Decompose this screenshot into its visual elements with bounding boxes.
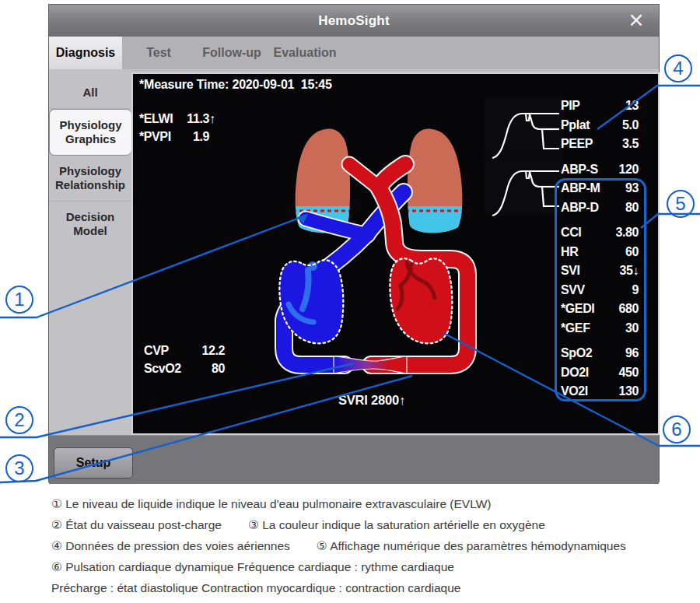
param-label: ABP-D [561, 198, 604, 218]
param-value: 5.0 [604, 116, 639, 135]
sidebar-item-physiology-relationship[interactable]: Physiology Relationship [49, 156, 131, 202]
bottom-bar: Setup [49, 435, 659, 484]
trend-arrow [209, 128, 219, 145]
measure-time: *Measure Time: 2020-09-01 15:45 [139, 78, 332, 92]
legend: ① Le niveau de liquide indique le niveau… [51, 493, 695, 598]
param-value: 450 [604, 363, 639, 383]
param-label: CCI [561, 223, 604, 243]
param-value: 60 [604, 243, 639, 262]
param-value: 80 [604, 198, 639, 218]
legend-text: ② État du vaisseau post-charge [51, 514, 222, 535]
setup-button[interactable]: Setup [54, 447, 133, 479]
param-label: PIP [561, 96, 604, 116]
sidebar-item-all[interactable]: All [49, 77, 131, 109]
param-value: 93 [604, 179, 639, 198]
param-value: 35↓ [604, 261, 639, 281]
callout-circle-5: 5 [667, 190, 695, 218]
tab-diagnosis[interactable]: Diagnosis [49, 37, 122, 69]
param-value: 12.2 [189, 342, 225, 359]
param-row: Pplat5.0 [561, 116, 639, 135]
param-row: PEEP3.5 [561, 135, 639, 154]
param-row: ABP-S120 [561, 160, 639, 180]
param-row: DO2I450 [561, 363, 639, 383]
param-label: DO2I [561, 363, 604, 383]
right-lung [403, 129, 465, 237]
param-row: HR60 [561, 243, 639, 262]
param-row: PIP13 [561, 96, 639, 116]
red-heart [390, 258, 452, 343]
param-value: 120 [604, 160, 639, 180]
param-label: ScvO2 [144, 359, 189, 377]
param-label: SVI [561, 261, 604, 281]
param-label: *GEF [561, 319, 604, 338]
sidebar: All Physiology Graphics Physiology Relat… [49, 69, 131, 435]
callout-circle-1: 1 [5, 286, 33, 314]
sidebar-item-physiology-graphics[interactable]: Physiology Graphics [49, 109, 131, 156]
trend-up-arrow: ↑ [209, 110, 219, 128]
param-label: *PVPI [139, 128, 180, 145]
param-value: 80 [189, 359, 225, 377]
measure-time-label: *Measure Time: [139, 78, 229, 91]
param-value: 30 [604, 319, 639, 338]
venous-params: CVP12.2 ScvO280 [144, 342, 225, 377]
param-label: CVP [144, 342, 189, 359]
measure-time-value: 2020-09-01 15:45 [232, 78, 331, 91]
param-row: *GEDI680 [561, 300, 639, 319]
callout-circle-2: 2 [5, 406, 33, 434]
hemosight-window: HemoSight ✕ Diagnosis Test Follow-up Eva… [48, 4, 660, 482]
param-label: HR [561, 243, 604, 262]
callout-circle-6: 6 [663, 415, 691, 443]
title-bar: HemoSight ✕ [49, 5, 659, 37]
tab-evaluation[interactable]: Evaluation [268, 37, 341, 69]
param-value: 96 [604, 344, 639, 363]
legend-text: ⑤ Affichage numérique des paramètres hém… [317, 535, 626, 556]
param-label: VO2I [561, 382, 604, 401]
legend-text: ① Le niveau de liquide indique le niveau… [51, 493, 491, 514]
param-label: ABP-M [561, 179, 604, 198]
param-value: 3.80 [604, 223, 639, 243]
param-row: ABP-M93 [561, 179, 639, 198]
param-row: CCI3.80 [561, 223, 639, 243]
lung-water-params: *ELWI11.3↑ *PVPI1.9 [139, 110, 219, 145]
param-row: SVI35↓ [561, 261, 639, 281]
param-row: ABP-D80 [561, 198, 639, 218]
param-row: VO2I130 [561, 382, 639, 401]
legend-line-1: ① Le niveau de liquide indique le niveau… [51, 493, 695, 514]
legend-text: ④ Données de pression des voies aérienne… [51, 535, 290, 556]
param-row: SVV9 [561, 281, 639, 300]
legend-text: ③ La couleur indique la saturation artér… [248, 514, 545, 535]
tab-follow-up[interactable]: Follow-up [195, 37, 268, 69]
param-value: 130 [604, 382, 639, 401]
tab-bar: Diagnosis Test Follow-up Evaluation [49, 37, 659, 69]
param-label: *GEDI [561, 300, 604, 319]
close-icon[interactable]: ✕ [620, 7, 653, 34]
legend-line-2: ② État du vaisseau post-charge③ La coule… [51, 514, 695, 535]
param-label: *ELWI [139, 110, 180, 128]
waveform-tile-upper [485, 96, 564, 155]
right-params-list: PIP13 Pplat5.0 PEEP3.5 ABP-S120 ABP-M93 … [561, 96, 639, 401]
param-value: 13 [604, 96, 639, 116]
callout-circle-3: 3 [5, 454, 33, 482]
legend-line-3: ④ Données de pression des voies aérienne… [51, 535, 695, 556]
param-value: 1.9 [180, 128, 209, 145]
physiology-monitor-panel: *Measure Time: 2020-09-01 15:45 *ELWI11.… [131, 72, 660, 435]
param-label: PEEP [561, 135, 604, 154]
legend-line-5: Précharge : état diastolique Contraction… [51, 577, 695, 598]
svri-value: SVRI 2800↑ [338, 393, 405, 408]
legend-text: Précharge : état diastolique Contraction… [51, 577, 460, 598]
legend-text: ⑥ Pulsation cardiaque dynamique Fréquenc… [51, 556, 454, 577]
page: { "colors":{ "accent_blue":"#1560cc","lu… [0, 0, 700, 603]
param-label: SpO2 [561, 344, 604, 363]
param-label: ABP-S [561, 160, 604, 180]
param-label: SVV [561, 281, 604, 300]
param-value: 9 [604, 281, 639, 300]
param-value: 11.3 [180, 110, 209, 128]
callout-circle-4: 4 [664, 54, 692, 82]
tab-test[interactable]: Test [122, 37, 195, 69]
param-value: 3.5 [604, 135, 639, 154]
sidebar-item-decision-model[interactable]: Decision Model [49, 202, 131, 247]
legend-line-4: ⑥ Pulsation cardiaque dynamique Fréquenc… [51, 556, 695, 577]
param-row: *GEF30 [561, 319, 639, 338]
window-title: HemoSight [318, 13, 390, 29]
param-label: Pplat [561, 116, 604, 135]
